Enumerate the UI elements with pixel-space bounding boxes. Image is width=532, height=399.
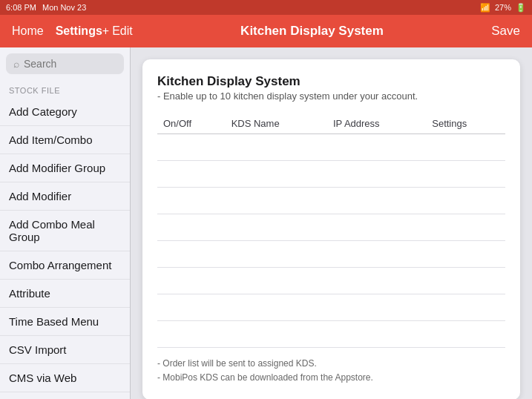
main-layout: ⌕ STOCK FILE Add Category Add Item/Combo… [0,47,532,399]
printer-settings-label: PRINTER SETTINGS [0,392,130,399]
battery-level: 27% [495,3,511,12]
edit-label: Edit [112,24,133,38]
sidebar: ⌕ STOCK FILE Add Category Add Item/Combo… [0,47,131,399]
edit-button[interactable]: + Edit [102,24,133,38]
sidebar-item-label: Time Based Menu [9,315,99,328]
status-date: Mon Nov 23 [42,3,86,12]
col-header-kds-name: KDS Name [226,113,327,134]
sidebar-item-label: Add Item/Combo [9,133,93,146]
sidebar-item-time-based-menu[interactable]: Time Based Menu [0,308,130,336]
table-row [157,268,505,294]
footer-line-2: - MobiPos KDS can be downloaded from the… [157,371,505,385]
content-area: Kitchen Display System - Enable up to 10… [131,47,532,399]
sidebar-item-combo-arrangement[interactable]: Combo Arrangement [0,251,130,280]
card-subtitle: - Enable up to 10 kitchen display system… [157,90,505,102]
table-row [157,161,505,188]
nav-bar: Home Settings + Edit Kitchen Display Sys… [0,15,532,47]
footer-line-1: - Order list will be sent to assigned KD… [157,357,505,371]
sidebar-item-add-modifier[interactable]: Add Modifier [0,182,130,211]
search-box[interactable]: ⌕ [6,53,124,74]
search-input[interactable] [24,58,116,70]
col-header-ip-address: IP Address [327,113,426,134]
col-header-onoff: On/Off [157,113,226,134]
table-row [157,188,505,214]
status-bar: 6:08 PM Mon Nov 23 📶 27% 🔋 [0,0,532,15]
sidebar-item-label: Attribute [9,287,50,300]
sidebar-item-cms-via-web[interactable]: CMS via Web [0,364,130,392]
settings-button[interactable]: Settings [56,24,102,38]
sidebar-item-label: Add Modifier Group [9,162,105,174]
sidebar-item-label: Add Combo Meal Group [9,218,95,243]
stock-file-label: STOCK FILE [0,80,130,98]
wifi-icon: 📶 [480,3,490,13]
table-row [157,241,505,268]
plus-icon: + [102,24,109,38]
card-footer: - Order list will be sent to assigned KD… [157,357,505,385]
col-header-settings: Settings [426,113,505,134]
kds-table: On/Off KDS Name IP Address Settings [157,113,505,348]
sidebar-item-label: Add Category [9,105,77,118]
kds-card: Kitchen Display System - Enable up to 10… [142,59,520,399]
sidebar-item-csv-import[interactable]: CSV Import [0,336,130,364]
table-row [157,294,505,321]
save-button[interactable]: Save [491,24,520,39]
search-icon: ⌕ [13,58,19,70]
table-row [157,214,505,241]
battery-icon: 🔋 [516,3,526,13]
sidebar-item-add-item-combo[interactable]: Add Item/Combo [0,126,130,154]
sidebar-item-add-modifier-group[interactable]: Add Modifier Group [0,154,130,182]
status-time: 6:08 PM [6,3,36,12]
sidebar-item-label: CMS via Web [9,372,76,384]
nav-title: Kitchen Display System [133,24,492,39]
sidebar-item-label: CSV Import [9,343,67,356]
sidebar-item-add-combo-meal-group[interactable]: Add Combo Meal Group [0,211,130,251]
home-button[interactable]: Home [12,24,44,38]
table-row [157,321,505,348]
sidebar-item-attribute[interactable]: Attribute [0,280,130,308]
table-row [157,134,505,161]
table-header-row: On/Off KDS Name IP Address Settings [157,113,505,134]
sidebar-item-label: Add Modifier [9,190,71,202]
sidebar-item-label: Combo Arrangement [9,259,111,271]
card-title: Kitchen Display System [157,74,505,89]
sidebar-item-add-category[interactable]: Add Category [0,98,130,126]
